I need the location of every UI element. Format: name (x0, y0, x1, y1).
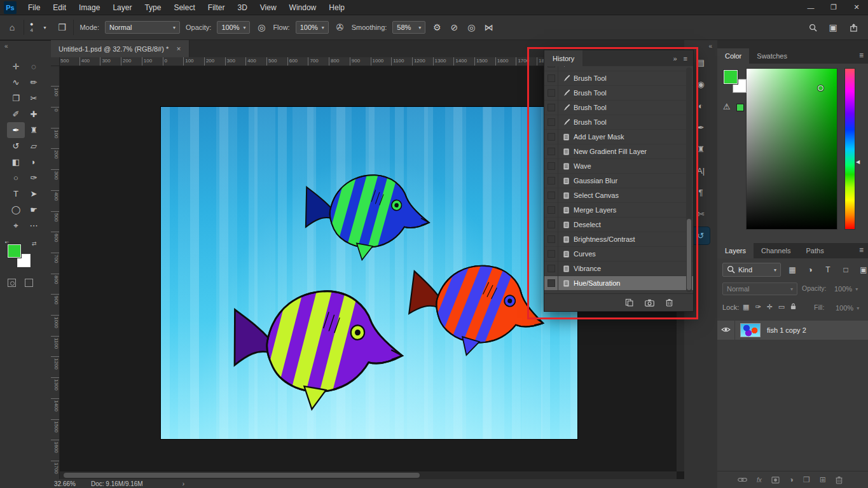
opacity-dropdown[interactable]: 100% ▾ (217, 21, 250, 34)
flow-dropdown[interactable]: 100% ▾ (296, 21, 329, 34)
lock-image-pixels-icon[interactable]: ✑ (755, 303, 761, 311)
filter-type-layers-icon[interactable]: T (820, 263, 836, 277)
zoom-level-field[interactable]: 32.66% (54, 480, 83, 487)
history-state-select-canvas[interactable]: Select Canvas (544, 188, 693, 203)
history-state-brightness-contrast[interactable]: Brightness/Contrast (544, 232, 693, 247)
history-scrollbar-thumb[interactable] (687, 219, 691, 290)
horizontal-scrollbar-thumb[interactable] (64, 473, 420, 478)
blur-tool[interactable]: ◗ (25, 154, 43, 170)
hue-slider-arrow-icon[interactable]: ◀ (856, 159, 860, 165)
history-source-checkbox[interactable] (544, 247, 558, 261)
dock-adjustments-icon[interactable]: ◐ (692, 97, 710, 115)
document-canvas[interactable] (161, 107, 577, 439)
new-document-from-state-button[interactable] (625, 298, 633, 307)
menu-select[interactable]: Select (167, 0, 201, 15)
lock-all-icon[interactable] (790, 303, 796, 311)
airbrush-icon[interactable]: ✇ (334, 22, 346, 32)
history-source-checkbox[interactable] (544, 130, 558, 144)
paint-symmetry-icon[interactable]: ⋈ (483, 22, 494, 32)
layer-row[interactable]: fish 1 copy 2 (717, 321, 868, 340)
clone-stamp-tool[interactable]: ♜ (25, 122, 43, 138)
history-scrollbar[interactable] (686, 67, 692, 292)
menu-help[interactable]: Help (322, 0, 351, 15)
history-state-brush-tool[interactable]: Brush Tool (544, 86, 693, 101)
pen-tool[interactable]: ✑ (25, 170, 43, 186)
delete-layer-button[interactable] (836, 476, 843, 484)
history-source-checkbox[interactable] (544, 203, 558, 218)
history-state-new-gradient-fill-layer[interactable]: New Gradient Fill Layer (544, 144, 693, 159)
blend-mode-dropdown[interactable]: Normal ▾ (722, 282, 797, 295)
lock-position-icon[interactable]: ✛ (767, 303, 773, 311)
history-state-hue-saturation[interactable]: Hue/Saturation (544, 276, 693, 291)
collapse-panel-icon[interactable]: » (673, 55, 677, 62)
history-state-add-layer-mask[interactable]: Add Layer Mask (544, 130, 693, 144)
brush-panel-toggle-icon[interactable]: ❒ (56, 22, 67, 32)
history-state-curves[interactable]: Curves (544, 247, 693, 261)
menu-edit[interactable]: Edit (46, 0, 72, 15)
filter-smart-objects-icon[interactable]: ▣ (856, 263, 868, 277)
history-state-merge-layers[interactable]: Merge Layers (544, 203, 693, 218)
close-document-icon[interactable]: ✕ (176, 46, 181, 52)
menu-window[interactable]: Window (283, 0, 323, 15)
screen-mode-icon[interactable] (25, 279, 33, 287)
chevron-down-icon[interactable]: ▾ (39, 25, 50, 31)
dock-history-icon[interactable]: ↺ (692, 227, 710, 244)
pressure-size-icon[interactable]: ◎ (465, 22, 477, 32)
history-source-checkbox[interactable] (544, 159, 558, 174)
menu-filter[interactable]: Filter (202, 0, 231, 15)
delete-state-button[interactable] (666, 298, 673, 307)
dock-libraries-icon[interactable]: ◉ (692, 76, 710, 93)
crop-tool[interactable]: ❐ (7, 90, 25, 106)
panel-menu-icon[interactable]: ≡ (684, 55, 687, 62)
menu-view[interactable]: View (254, 0, 283, 15)
tab-swatches[interactable]: Swatches (749, 48, 795, 64)
lasso-tool[interactable]: ∿ (7, 74, 25, 90)
quick-mask-icon[interactable] (8, 279, 16, 287)
ruler-origin-corner[interactable] (51, 57, 60, 66)
edit-toolbar[interactable]: ⋯ (25, 218, 43, 234)
menu-3d[interactable]: 3D (231, 0, 253, 15)
history-source-checkbox[interactable] (544, 115, 558, 130)
eraser-tool[interactable]: ▱ (25, 138, 43, 154)
dock-brush-settings-icon[interactable]: ✒ (692, 119, 710, 136)
history-state-wave[interactable]: Wave (544, 159, 693, 174)
history-state-brush-tool[interactable]: Brush Tool (544, 115, 693, 130)
panel-menu-icon[interactable]: ≡ (859, 246, 864, 254)
history-state-brush-tool[interactable]: Brush Tool (544, 101, 693, 115)
layer-effects-button[interactable]: fx (757, 477, 762, 484)
menu-layer[interactable]: Layer (106, 0, 138, 15)
foreground-color-swatch[interactable] (8, 244, 21, 258)
dock-clone-source-icon[interactable]: ♜ (692, 141, 710, 158)
brush-preset-picker[interactable]: ● 4 (30, 22, 33, 33)
quick-selection-tool[interactable]: ✏ (25, 74, 43, 90)
type-tool[interactable]: T (7, 186, 25, 202)
tab-channels[interactable]: Channels (754, 243, 798, 258)
move-tool[interactable]: ✛ (7, 59, 25, 74)
layer-name[interactable]: fish 1 copy 2 (767, 326, 806, 334)
history-brush-tool[interactable]: ↺ (7, 138, 25, 154)
hand-tool[interactable]: ☛ (25, 202, 43, 218)
history-source-checkbox[interactable] (544, 86, 558, 101)
vertical-ruler[interactable]: 1000100200300400500600700800900100011001… (51, 66, 60, 479)
history-source-checkbox[interactable] (544, 66, 558, 71)
zoom-tool[interactable]: ⌖ (7, 218, 25, 234)
document-tab[interactable]: Untitled-1.psd @ 32.7% (RGB/8#) * ✕ (51, 40, 189, 57)
new-snapshot-button[interactable] (645, 299, 654, 307)
tab-color[interactable]: Color (717, 48, 749, 64)
panel-menu-icon[interactable]: ≡ (859, 51, 864, 60)
history-panel-tab[interactable]: History (544, 50, 582, 66)
new-adjustment-layer-button[interactable]: ◑ (789, 475, 794, 484)
history-state-brush-tool[interactable]: Brush Tool (544, 66, 693, 71)
add-layer-mask-button[interactable] (771, 477, 780, 484)
gamut-warning-icon[interactable]: ⚠ (723, 102, 731, 111)
dock-paragraph-icon[interactable]: ¶ (692, 184, 710, 201)
menu-image[interactable]: Image (72, 0, 106, 15)
history-source-checkbox[interactable] (544, 101, 558, 115)
marquee-tool[interactable]: ◌ (25, 59, 43, 74)
history-source-checkbox[interactable] (544, 174, 558, 188)
search-icon[interactable] (807, 24, 818, 32)
history-state-vibrance[interactable]: Vibrance (544, 261, 693, 276)
smoothing-dropdown[interactable]: 58% ▾ (392, 21, 425, 34)
status-options-chevron[interactable]: › (183, 480, 184, 487)
color-picker-marker[interactable] (818, 85, 823, 91)
